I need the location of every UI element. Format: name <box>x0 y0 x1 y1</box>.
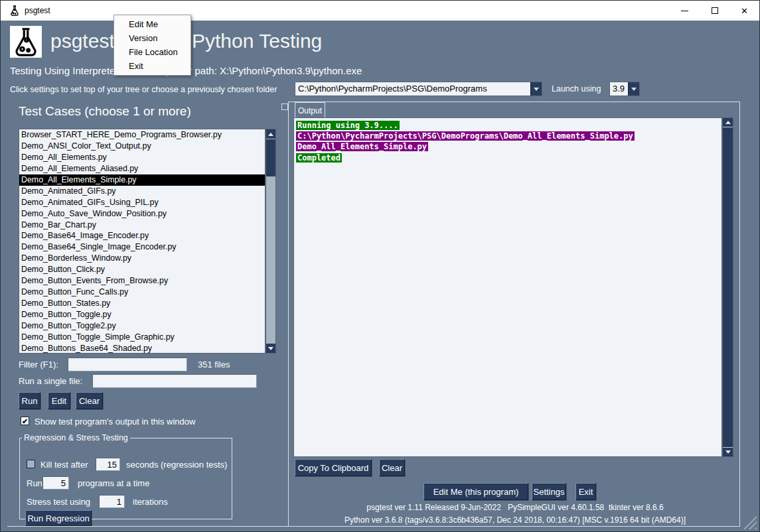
list-item[interactable]: Demo_Buttons_Base64_Shaded.py <box>19 343 265 354</box>
resize-grip-icon[interactable] <box>741 514 757 529</box>
list-item-selected[interactable]: Demo_All_Elements_Simple.py <box>19 174 265 186</box>
divider <box>7 526 288 527</box>
launch-using-label: Launch using <box>552 84 601 94</box>
list-item[interactable]: Demo_ANSI_Color_Text_Output.py <box>19 141 265 152</box>
run-button[interactable]: Run <box>19 392 40 409</box>
scroll-thumb[interactable] <box>723 128 733 446</box>
list-item[interactable]: Demo_Base64_Single_Image_Encoder.py <box>19 241 265 253</box>
close-button[interactable]: ✕ <box>729 1 759 21</box>
version-status-line: psgtest ver 1.11 Released 9-Jun-2022 PyS… <box>291 503 739 512</box>
list-item[interactable]: Demo_Borderless_Window.py <box>19 253 265 264</box>
launch-combo-value: 3.9 <box>610 82 628 96</box>
list-scrollbar[interactable] <box>266 129 276 354</box>
flask-icon <box>11 27 40 56</box>
tab-output[interactable]: Output <box>295 102 325 118</box>
regression-group: Regression & Stress Testing Kill test af… <box>19 433 232 519</box>
list-item[interactable]: Demo_Bar_Chart.py <box>19 220 265 231</box>
output-multiline[interactable]: Running using 3.9.... C:\Python\PycharmP… <box>293 117 722 457</box>
list-item[interactable]: Browser_START_HERE_Demo_Programs_Browser… <box>19 129 265 141</box>
test-cases-listbox[interactable]: Browser_START_HERE_Demo_Programs_Browser… <box>19 129 266 354</box>
list-item[interactable]: Demo_Button_Toggle_Simple_Graphic.py <box>19 332 265 343</box>
settings-hint-label: Click settings to set top of your tree o… <box>10 85 277 94</box>
run-count-label: Run <box>27 478 42 488</box>
scroll-down-icon[interactable] <box>723 447 733 456</box>
page-title-right: Python Testing <box>192 30 322 52</box>
list-item[interactable]: Demo_Button_Toggle2.py <box>19 320 265 332</box>
filter-label: Filter (F1): <box>19 360 58 369</box>
filter-input[interactable] <box>68 358 187 371</box>
folder-combo-arrow-icon[interactable] <box>530 82 542 96</box>
scroll-up-icon[interactable] <box>266 129 275 139</box>
single-file-input[interactable] <box>92 374 257 388</box>
scroll-thumb[interactable] <box>266 139 275 176</box>
list-item[interactable]: Demo_Button_Func_Calls.py <box>19 287 265 298</box>
maximize-button[interactable] <box>700 1 729 21</box>
folder-combo-value: C:\Python\PycharmProjects\PSG\DemoProgra… <box>295 82 530 96</box>
test-cases-title: Test Cases (choose 1 or more) <box>19 104 191 119</box>
show-output-checkbox[interactable]: ✔ <box>21 417 29 425</box>
list-item[interactable]: Demo_Button_Events_From_Browse.py <box>19 275 265 287</box>
launch-combo-arrow-icon[interactable] <box>628 82 639 96</box>
page-title-left: psgtest <box>50 30 115 52</box>
menu-item-exit[interactable]: Exit <box>114 59 190 73</box>
kill-test-checkbox[interactable] <box>27 460 35 468</box>
file-count: 351 files <box>198 360 230 369</box>
output-line: Completed <box>296 153 722 163</box>
app-window: psgtest ✕ psgtest Python Testing Testing… <box>0 0 760 532</box>
output-line: Demo_All_Elements_Simple.py <box>296 141 722 152</box>
kill-test-suffix: seconds (regression tests) <box>126 460 227 470</box>
list-item[interactable]: Demo_Button_Click.py <box>19 264 265 275</box>
list-item[interactable]: Demo_All_Elements.py <box>19 152 265 163</box>
maximize-icon <box>712 7 718 14</box>
output-line: C:\Python\PycharmProjects\PSG\DemoProgra… <box>296 131 722 141</box>
list-item[interactable]: Demo_Animated_GIFs_Using_PIL.py <box>19 197 265 208</box>
folder-combo[interactable]: C:\Python\PycharmProjects\PSG\DemoProgra… <box>295 82 542 96</box>
python-version-line: Python ver 3.6.8 (tags/v3.6.8:3c6b436a57… <box>291 515 739 525</box>
stress-label: Stress test using <box>27 497 90 507</box>
output-line: Running using 3.9.... <box>296 120 722 131</box>
kill-test-label: Kill test after <box>40 460 88 470</box>
close-icon: ✕ <box>741 7 748 15</box>
scroll-down-icon[interactable] <box>266 344 275 353</box>
stress-suffix: iterations <box>133 497 168 507</box>
window-title: psgtest <box>25 6 50 15</box>
run-count-input[interactable] <box>42 476 69 490</box>
scroll-up-icon[interactable] <box>723 118 733 127</box>
list-item[interactable]: Demo_Button_Toggle.py <box>19 309 265 320</box>
menu-item-file-location[interactable]: File Location <box>114 45 190 59</box>
edit-button[interactable]: Edit <box>48 392 70 409</box>
output-scrollbar[interactable] <box>722 117 733 457</box>
minimize-button[interactable] <box>670 1 700 21</box>
edit-me-button[interactable]: Edit Me (this program) <box>423 483 528 500</box>
minimize-icon <box>681 11 688 11</box>
menu-item-version[interactable]: Version <box>114 31 190 45</box>
single-file-label: Run a single file: <box>19 376 82 386</box>
settings-button[interactable]: Settings <box>532 483 566 500</box>
output-clear-button[interactable]: Clear <box>379 459 405 476</box>
run-count-suffix: programs at a time <box>78 478 149 488</box>
app-logo <box>10 26 42 58</box>
kill-seconds-input[interactable] <box>96 458 120 471</box>
menu-item-edit-me[interactable]: Edit Me <box>114 17 190 31</box>
app-flask-icon <box>9 5 20 16</box>
list-item[interactable]: Demo_All_Elements_Aliased.py <box>19 163 265 174</box>
run-regression-button[interactable]: Run Regression <box>25 510 92 526</box>
pane-grip[interactable] <box>281 103 288 110</box>
stress-count-input[interactable] <box>99 495 125 508</box>
list-item[interactable]: Demo_Animated_GIFs.py <box>19 186 265 197</box>
show-output-label: Show test program's output in this windo… <box>35 417 195 427</box>
copy-to-clipboard-button[interactable]: Copy To Clipboard <box>295 459 372 476</box>
list-item[interactable]: Demo_Base64_Image_Encoder.py <box>19 230 265 241</box>
list-item[interactable]: Demo_Auto_Save_Window_Position.py <box>19 208 265 220</box>
clear-button[interactable]: Clear <box>76 392 103 409</box>
exit-button[interactable]: Exit <box>575 483 596 500</box>
list-item[interactable]: Demo_Button_States.py <box>19 298 265 309</box>
launch-combo[interactable]: 3.9 <box>609 82 640 96</box>
context-menu: Edit Me Version File Location Exit <box>114 15 191 76</box>
regression-group-title: Regression & Stress Testing <box>22 433 130 442</box>
